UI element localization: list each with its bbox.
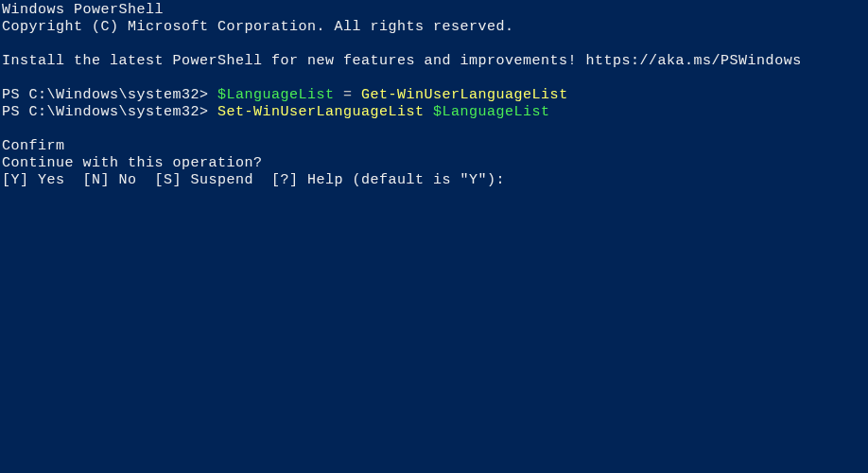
- assignment-operator: =: [335, 87, 362, 103]
- prompt-text: PS C:\Windows\system32>: [2, 104, 217, 120]
- install-notice: Install the latest PowerShell for new fe…: [2, 53, 866, 70]
- shell-title: Windows PowerShell: [2, 2, 866, 19]
- cmdlet-name: Get-WinUserLanguageList: [361, 87, 568, 103]
- command-line-2: PS C:\Windows\system32> Set-WinUserLangu…: [2, 104, 866, 121]
- command-line-1: PS C:\Windows\system32> $LanguageList = …: [2, 87, 866, 104]
- confirm-title: Confirm: [2, 138, 866, 155]
- blank-line: [2, 121, 866, 138]
- cmdlet-name: Set-WinUserLanguageList: [217, 104, 433, 120]
- copyright-line: Copyright (C) Microsoft Corporation. All…: [2, 19, 866, 36]
- variable-name: $LanguageList: [433, 104, 550, 120]
- prompt-text: PS C:\Windows\system32>: [2, 87, 217, 103]
- blank-line: [2, 70, 866, 87]
- confirm-question: Continue with this operation?: [2, 155, 866, 172]
- confirm-prompt[interactable]: [Y] Yes [N] No [S] Suspend [?] Help (def…: [2, 172, 866, 189]
- blank-line: [2, 36, 866, 53]
- variable-name: $LanguageList: [217, 87, 335, 103]
